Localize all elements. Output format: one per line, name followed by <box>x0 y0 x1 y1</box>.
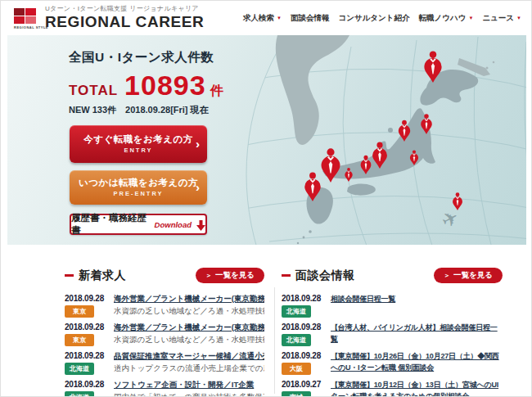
area-badge: 北海道 <box>65 391 94 397</box>
entry-button[interactable]: 今すぐ転職をお考えの方 ENTRY › <box>70 125 207 163</box>
jobs-section-title: 新着求人 <box>65 268 126 283</box>
job-list-item: 2018.09.28東京海外営業／プラント機械メーカー(東京勤務)水資源の乏しい… <box>65 323 264 346</box>
event-list-item: 2018.09.27宮城【東京開催】10月12日（金）13日（土）宮城へのUIタ… <box>282 380 503 397</box>
entry-button-sub: ENTRY <box>124 147 152 154</box>
download-text: Download <box>155 220 192 229</box>
landmass-shapes <box>276 35 494 244</box>
area-badge: 北海道 <box>282 334 311 346</box>
jobs-list: 2018.09.28東京海外営業／プラント機械メーカー(東京勤務)水資源の乏しい… <box>65 294 264 397</box>
entry-button-label: 今すぐ転職をお考えの方 <box>83 134 193 145</box>
hero-copy: 全国U・Iターン求人件数 TOTAL 10893 件 NEW 133件 2018… <box>69 49 223 116</box>
job-title-link[interactable]: 海外営業／プラント機械メーカー(東京勤務) <box>114 294 264 304</box>
job-body: 海外営業／プラント機械メーカー(東京勤務)水資源の乏しい地域など／ろ過・水処理技… <box>114 294 264 318</box>
event-body: 【東京開催】10月26日（金）10月27日（土）◆関西へのU・Iターン転職 個別… <box>331 351 503 375</box>
site-header: REGIONAL STYLE Uターン・Iターン転職支援 リージョナルキャリア … <box>1 1 531 35</box>
job-count-title: 全国U・Iターン求人件数 <box>69 49 223 66</box>
nav-item-2[interactable]: コンサルタント紹介 <box>338 13 409 24</box>
section-dash-icon <box>282 274 291 277</box>
job-list-item: 2018.09.28北海道品質保証推進室マネージャー候補／流通小売企業道内トップ… <box>65 351 264 375</box>
nav-item-3[interactable]: 転職ノウハウ▼ <box>419 13 474 24</box>
site-logo[interactable]: REGIONAL STYLE Uターン・Iターン転職支援 リージョナルキャリア … <box>14 5 204 30</box>
job-list-item: 2018.09.28東京海外営業／プラント機械メーカー(東京勤務)水資源の乏しい… <box>65 294 264 318</box>
events-section-title: 面談会情報 <box>282 268 355 283</box>
job-body: 品質保証推進室マネージャー候補／流通小売企業道内トップクラスの流通小売上場企業で… <box>114 351 264 375</box>
event-body: 【東京開催】10月12日（金）13日（土）宮城へのUIターン転職を考える方のため… <box>331 380 503 397</box>
event-meta: 2018.09.28大阪 <box>282 351 327 375</box>
job-count-total: TOTAL 10893 件 <box>69 70 223 102</box>
section-dash-icon <box>65 274 74 277</box>
nav-item-4[interactable]: ニュース▼ <box>482 13 521 24</box>
job-meta: 2018.09.28北海道 <box>65 380 110 397</box>
event-meta: 2018.09.28北海道 <box>282 323 327 346</box>
area-badge: 北海道 <box>282 305 311 318</box>
event-list-item: 2018.09.28北海道相談会開催日程一覧 <box>282 294 503 318</box>
main-nav: 求人検索▼面談会情報コンサルタント紹介転職ノウハウ▼ニュース▼ <box>243 13 521 24</box>
event-title-link[interactable]: 【東京開催】10月12日（金）13日（土）宮城へのUIターン転職を考える方のため… <box>331 380 503 397</box>
job-list-item: 2018.09.28北海道ソフトウェア企画・設計・開発／IT企業国内外で「初めて… <box>65 380 264 397</box>
airplane-icon: ✈ <box>438 205 462 232</box>
job-meta: 2018.09.28北海道 <box>65 351 110 375</box>
pre-entry-button[interactable]: いつかは転職をお考えの方 PRE-ENTRY › <box>70 170 207 205</box>
area-badge: 東京 <box>65 334 94 346</box>
map-pin-icon <box>453 192 462 210</box>
job-date: 2018.09.28 <box>65 294 104 303</box>
area-badge: 大阪 <box>282 363 311 375</box>
event-title-link[interactable]: 相談会開催日程一覧 <box>331 294 503 305</box>
job-title-link[interactable]: 海外営業／プラント機械メーカー(東京勤務) <box>114 323 264 332</box>
event-body: 相談会開催日程一覧 <box>331 294 503 318</box>
nav-item-0[interactable]: 求人検索▼ <box>243 13 282 24</box>
dropdown-arrow-icon: ▼ <box>468 16 473 20</box>
job-desc: 水資源の乏しい地域など／ろ過・水処理技術で... <box>114 335 264 345</box>
logo-text: Uターン・Iターン転職支援 リージョナルキャリア REGIONAL CAREER <box>45 5 204 30</box>
total-label: TOTAL <box>69 83 118 99</box>
event-list-item: 2018.09.28大阪【東京開催】10月26日（金）10月27日（土）◆関西へ… <box>282 351 503 375</box>
logo-mark-icon: REGIONAL STYLE <box>14 7 38 29</box>
job-title-link[interactable]: 品質保証推進室マネージャー候補／流通小売企業 <box>114 351 264 361</box>
job-desc: 道内トップクラスの流通小売上場企業での新規... <box>114 363 264 374</box>
event-date: 2018.09.27 <box>282 380 321 389</box>
total-unit: 件 <box>210 83 223 100</box>
events-title-text: 面談会情報 <box>295 268 355 283</box>
job-desc: 水資源の乏しい地域など／ろ過・水処理技術で... <box>114 306 264 317</box>
new-jobs-section: 新着求人 ＞ 一覧を見る 2018.09.28東京海外営業／プラント機械メーカー… <box>65 268 264 397</box>
job-title-link[interactable]: ソフトウェア企画・設計・開発／IT企業 <box>114 380 264 390</box>
site-brand-name: REGIONAL CAREER <box>45 13 204 31</box>
event-title-link[interactable]: 【東京開催】10月26日（金）10月27日（土）◆関西へのU・Iターン転職 個別… <box>331 351 503 373</box>
area-badge: 東京 <box>65 305 94 318</box>
chevron-right-icon: ＞ <box>205 273 212 279</box>
event-title-link[interactable]: 【台湾人材、バイリンガル人材】相談会開催日程一覧 <box>331 323 503 345</box>
event-date: 2018.09.28 <box>282 294 321 303</box>
area-badge: 北海道 <box>65 363 94 375</box>
jobs-section-header: 新着求人 ＞ 一覧を見る <box>65 268 264 283</box>
site-tagline: Uターン・Iターン転職支援 リージョナルキャリア <box>45 5 204 12</box>
nav-item-label: ニュース <box>482 13 514 24</box>
nav-item-label: 転職ノウハウ <box>419 13 467 24</box>
job-meta: 2018.09.28東京 <box>65 294 110 318</box>
nav-item-label: 面談会情報 <box>291 13 330 24</box>
dropdown-arrow-icon: ▼ <box>516 16 521 20</box>
event-meta: 2018.09.28北海道 <box>282 294 327 318</box>
chevron-right-icon: › <box>196 137 200 151</box>
event-body: 【台湾人材、バイリンガル人材】相談会開催日程一覧 <box>331 323 503 346</box>
hero-banner: ✈ 全国U・Iターン求人件数 TOTAL 10893 件 NEW 133件 20… <box>7 35 526 245</box>
nav-item-label: コンサルタント紹介 <box>338 13 409 24</box>
events-more-button[interactable]: ＞ 一覧を見る <box>434 268 503 283</box>
event-date: 2018.09.28 <box>282 323 321 332</box>
events-section: 面談会情報 ＞ 一覧を見る 2018.09.28北海道相談会開催日程一覧2018… <box>282 268 503 397</box>
events-section-header: 面談会情報 ＞ 一覧を見る <box>282 268 503 283</box>
job-desc: 国内外で「初めて」の商品や技術を多数保有・... <box>114 392 264 397</box>
resume-download-button[interactable]: 履歴書・職務経歴書 Download <box>70 214 207 235</box>
job-body: 海外営業／プラント機械メーカー(東京勤務)水資源の乏しい地域など／ろ過・水処理技… <box>114 323 264 346</box>
resume-download-label: 履歴書・職務経歴書 <box>71 212 150 237</box>
regional-career-homepage: REGIONAL STYLE Uターン・Iターン転職支援 リージョナルキャリア … <box>0 0 532 397</box>
event-date: 2018.09.28 <box>282 351 321 360</box>
nav-item-1[interactable]: 面談会情報 <box>291 13 330 24</box>
job-body: ソフトウェア企画・設計・開発／IT企業国内外で「初めて」の商品や技術を多数保有・… <box>114 380 264 397</box>
events-list: 2018.09.28北海道相談会開催日程一覧2018.09.28北海道【台湾人材… <box>282 294 503 397</box>
pre-entry-button-sub: PRE-ENTRY <box>113 190 163 197</box>
job-meta: 2018.09.28東京 <box>65 323 110 346</box>
area-badge: 宮城 <box>282 391 311 397</box>
count-status-line: NEW 133件 2018.09.28[Fri] 現在 <box>69 104 223 116</box>
jobs-more-button[interactable]: ＞ 一覧を見る <box>196 268 264 283</box>
download-arrow-icon <box>196 219 205 234</box>
